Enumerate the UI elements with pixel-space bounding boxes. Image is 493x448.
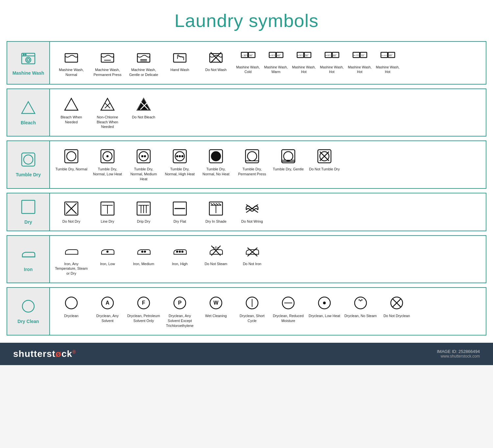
iron-high-icon (172, 242, 188, 260)
do-not-bleach-label: Do Not Bleach (132, 115, 155, 120)
machine-wash-label: Mashine Wash (12, 70, 44, 76)
do-not-dryclean-label: Do Not Dryclean (384, 313, 410, 318)
item-do-not-iron: Do Not Iron (234, 240, 270, 269)
item-wash-cold: •30°C30° Mashine Wash, Cold (234, 46, 262, 77)
image-id: IMAGE ID: 252866494 (437, 349, 480, 354)
do-not-steam-label: Do Not Steam (204, 261, 227, 266)
item-non-chlorine-bleach: Non-Chlorine Bleach When Needed (89, 93, 126, 132)
dry-shade-label: Dry In Shade (205, 219, 226, 224)
item-line-dry: Line Dry (89, 197, 126, 227)
svg-text:60°: 60° (333, 54, 337, 57)
item-bleach-needed: Bleach When Needed (53, 93, 89, 127)
item-tumble-no-heat: Tumble Dry, Normal, No Heat (198, 145, 234, 179)
machine-wash-icon (20, 50, 36, 68)
dry-clean-label: Dry Clean (17, 319, 39, 324)
dryclean-no-steam-icon (353, 294, 368, 311)
svg-point-64 (179, 156, 180, 157)
dryclean-label: Dryclean (64, 313, 78, 318)
tumble-no-heat-label: Tumble Dry, Normal, No Heat (200, 167, 232, 177)
section-bleach: Bleach Bleach When Needed (7, 88, 486, 137)
do-not-dry-label: Do Not Dry (62, 219, 80, 224)
item-wash-warm: •• 40°C40° Mashine Wash, Warm (262, 46, 290, 77)
iron-label: Iron (24, 267, 33, 272)
svg-point-3 (27, 59, 30, 61)
bleach-needed-label: Bleach When Needed (55, 115, 88, 125)
line-dry-icon (100, 200, 115, 217)
svg-point-65 (182, 156, 183, 157)
item-dryclean-short: Dryclean, Short Cycle (234, 292, 270, 326)
item-dryclean-p: P Dryclean, Any Solvent Except Trichloro… (162, 292, 198, 331)
footer-url: www.shutterstock.com (437, 354, 480, 359)
svg-point-67 (211, 152, 221, 161)
svg-point-72 (284, 152, 293, 161)
svg-point-63 (176, 156, 178, 157)
item-wash-permanent: Machine Wash, Permanent Press (89, 46, 126, 80)
svg-point-58 (139, 152, 148, 161)
dry-clean-items: Dryclean A Dryclean, Any Solvent F Drycl… (50, 288, 486, 335)
page-wrapper: Laundry symbols Mashine Wash (0, 0, 493, 365)
section-label-dry: Dry (7, 193, 50, 231)
item-wash-gentle: Machine Wash, Gentle or Delicate (126, 46, 162, 80)
footer-logo: shutterstøck® (13, 349, 76, 359)
wash-cold-icon: •30°C30° (240, 48, 256, 63)
dry-label: Dry (24, 219, 32, 225)
wash-hot95-icon: •••••• 95°C95° (380, 48, 396, 63)
item-tumble-medium: Tumble Dry, Normal, Medium Heat (126, 145, 162, 184)
svg-point-107 (107, 251, 108, 252)
item-drip-dry: Drip Dry (126, 197, 162, 227)
footer: shutterstøck® IMAGE ID: 252866494 www.sh… (0, 343, 493, 365)
item-tumble-perm: Tumble Dry, Permanent Press (234, 145, 270, 179)
dryclean-f-icon: F (136, 294, 152, 311)
dryclean-short-icon (244, 294, 260, 311)
svg-text:••• 50°C: ••• 50°C (297, 54, 303, 56)
bleach-items: Bleach When Needed Non-Chlorine Bleach W… (50, 89, 486, 136)
item-tumble-high: Tumble Dry, Normal, High Heat (162, 145, 198, 179)
item-wash-hot95: •••••• 95°C95° Mashine Wash, Hot (374, 46, 402, 77)
svg-point-125 (65, 297, 77, 309)
item-iron-any: Iron, Any Temperature, Steam or Dry (53, 240, 89, 279)
drip-dry-icon (136, 200, 152, 217)
item-wash-hot50: ••• 50°C50° Mashine Wash, Hot (290, 46, 318, 77)
dryclean-p-label: Dryclean, Any Solvent Except Trichloroet… (163, 313, 196, 328)
svg-text:P: P (178, 300, 182, 306)
svg-point-109 (142, 251, 143, 252)
iron-low-label: Iron, Low (100, 261, 115, 266)
svg-text:•• 40°C: •• 40°C (270, 54, 275, 56)
item-do-not-wring: Do Not Wring (234, 197, 270, 227)
dryclean-short-label: Dryclean, Short Cycle (236, 313, 269, 323)
item-dryclean-moisture: Dryclean, Reduced Moisture (270, 292, 306, 326)
section-label-dry-clean: Dry Clean (7, 288, 50, 335)
wash-hot50-icon: ••• 50°C50° (296, 48, 312, 63)
tumble-normal-label: Tumble Dry, Normal (55, 167, 87, 172)
svg-text:95°: 95° (389, 54, 392, 57)
iron-any-icon (63, 242, 79, 260)
wash-normal-icon (63, 48, 79, 65)
item-dry-flat: Dry Flat (162, 197, 198, 227)
tumble-low-label: Tumble Dry, Normal, Low Heat (91, 167, 124, 177)
section-machine-wash: Mashine Wash Mashine Wash, Normal Machin… (7, 41, 486, 85)
item-iron-medium: Iron, Medium (126, 240, 162, 269)
wash-hot60-icon: •••• 60°C60° (324, 48, 340, 63)
svg-text:50°: 50° (305, 54, 309, 57)
tumble-gentle-icon (280, 148, 296, 165)
bleach-icon (20, 100, 36, 117)
svg-point-60 (144, 156, 146, 157)
section-dry: Dry Do Not Dry Line Dry (7, 193, 486, 231)
section-label-bleach: Bleach (7, 89, 50, 136)
dry-shade-icon (208, 200, 224, 217)
svg-point-110 (144, 251, 146, 252)
hand-wash-icon (172, 48, 188, 65)
svg-text:30°: 30° (249, 54, 253, 57)
wash-hot60-label: Mashine Wash, Hot (319, 65, 344, 74)
dry-icon (20, 199, 36, 217)
dryclean-a-icon: A (100, 294, 115, 311)
svg-point-140 (355, 297, 366, 309)
item-hand-wash: Hand Wash (162, 46, 198, 75)
item-do-not-tumble: Do Not Tumble Dry (306, 145, 342, 174)
wash-warm-icon: •• 40°C40° (268, 48, 284, 63)
svg-point-59 (142, 156, 143, 157)
svg-text:••••• 70°C: ••••• 70°C (353, 55, 360, 56)
do-not-bleach-icon (136, 96, 152, 113)
svg-text:•••• 60°C: •••• 60°C (325, 55, 331, 56)
wash-hot50-label: Mashine Wash, Hot (292, 65, 316, 74)
